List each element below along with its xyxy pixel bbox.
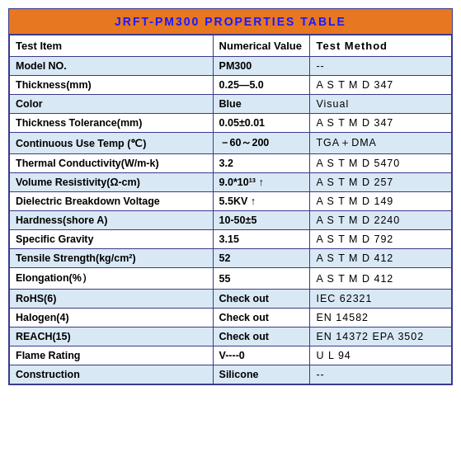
cell-test-item: Thickness(mm) (10, 76, 214, 95)
table-row: Flame RatingV----0U L 94 (10, 346, 452, 365)
cell-test-method: A S T M D 257 (310, 173, 452, 192)
cell-numerical-value: V----0 (213, 346, 310, 365)
cell-test-method: A S T M D 149 (310, 192, 452, 211)
cell-test-item: Tensile Strength(kg/cm²) (10, 249, 214, 268)
cell-test-item: Thermal Conductivity(W/m-k) (10, 154, 214, 173)
cell-test-item: Construction (10, 365, 214, 384)
table-row: Thickness Tolerance(mm)0.05±0.01A S T M … (10, 114, 452, 133)
header-test-method: Test Method (310, 35, 452, 57)
cell-numerical-value: 55 (213, 268, 310, 290)
table-row: Thermal Conductivity(W/m-k)3.2A S T M D … (10, 154, 452, 173)
header-numerical-value: Numerical Value (213, 35, 310, 57)
cell-numerical-value: 0.05±0.01 (213, 114, 310, 133)
cell-test-item: Thickness Tolerance(mm) (10, 114, 214, 133)
cell-numerical-value: 3.2 (213, 154, 310, 173)
cell-numerical-value: Blue (213, 95, 310, 114)
cell-numerical-value: 5.5KV ↑ (213, 192, 310, 211)
cell-test-item: Continuous Use Temp (℃) (10, 133, 214, 154)
cell-numerical-value: Check out (213, 309, 310, 328)
cell-test-item: Color (10, 95, 214, 114)
cell-numerical-value: Check out (213, 290, 310, 309)
table-row: Elongation(%）55A S T M D 412 (10, 268, 452, 290)
cell-numerical-value: 0.25—5.0 (213, 76, 310, 95)
table-row: Dielectric Breakdown Voltage5.5KV ↑A S T… (10, 192, 452, 211)
cell-numerical-value: 3.15 (213, 230, 310, 249)
cell-test-method: U L 94 (310, 346, 452, 365)
cell-test-method: A S T M D 412 (310, 268, 452, 290)
cell-test-method: A S T M D 347 (310, 76, 452, 95)
table-row: Continuous Use Temp (℃)－60～200TGA＋DMA (10, 133, 452, 154)
cell-numerical-value: Silicone (213, 365, 310, 384)
cell-test-item: Specific Gravity (10, 230, 214, 249)
table-row: Specific Gravity3.15A S T M D 792 (10, 230, 452, 249)
properties-table: JRFT-PM300 PROPERTIES TABLE Test Item Nu… (8, 8, 453, 385)
cell-numerical-value: Check out (213, 328, 310, 346)
table-row: ConstructionSilicone-- (10, 365, 452, 384)
table-row: Tensile Strength(kg/cm²)52A S T M D 412 (10, 249, 452, 268)
cell-test-item: Hardness(shore A) (10, 211, 214, 230)
cell-numerical-value: PM300 (213, 57, 310, 76)
cell-test-method: A S T M D 347 (310, 114, 452, 133)
cell-test-item: Halogen(4) (10, 309, 214, 328)
table-row: Volume Resistivity(Ω-cm)9.0*10¹³ ↑A S T … (10, 173, 452, 192)
cell-test-item: REACH(15) (10, 328, 214, 346)
cell-test-item: Flame Rating (10, 346, 214, 365)
cell-test-item: Volume Resistivity(Ω-cm) (10, 173, 214, 192)
table-row: Model NO.PM300-- (10, 57, 452, 76)
table-row: Hardness(shore A)10-50±5A S T M D 2240 (10, 211, 452, 230)
cell-test-item: Elongation(%） (10, 268, 214, 290)
header-test-item: Test Item (10, 35, 214, 57)
cell-test-method: A S T M D 2240 (310, 211, 452, 230)
cell-numerical-value: －60～200 (213, 133, 310, 154)
cell-test-method: A S T M D 5470 (310, 154, 452, 173)
table-row: Halogen(4)Check outEN 14582 (10, 309, 452, 328)
table-row: RoHS(6)Check outIEC 62321 (10, 290, 452, 309)
cell-test-method: -- (310, 57, 452, 76)
cell-test-method: EN 14582 (310, 309, 452, 328)
cell-numerical-value: 10-50±5 (213, 211, 310, 230)
cell-test-method: EN 14372 EPA 3502 (310, 328, 452, 346)
cell-test-item: Dielectric Breakdown Voltage (10, 192, 214, 211)
cell-test-method: TGA＋DMA (310, 133, 452, 154)
cell-numerical-value: 52 (213, 249, 310, 268)
cell-numerical-value: 9.0*10¹³ ↑ (213, 173, 310, 192)
cell-test-item: Model NO. (10, 57, 214, 76)
table-title: JRFT-PM300 PROPERTIES TABLE (9, 9, 452, 35)
cell-test-method: IEC 62321 (310, 290, 452, 309)
cell-test-method: Visual (310, 95, 452, 114)
table-row: Thickness(mm)0.25—5.0A S T M D 347 (10, 76, 452, 95)
cell-test-method: A S T M D 792 (310, 230, 452, 249)
table-row: REACH(15)Check outEN 14372 EPA 3502 (10, 328, 452, 346)
cell-test-item: RoHS(6) (10, 290, 214, 309)
table-row: ColorBlueVisual (10, 95, 452, 114)
cell-test-method: -- (310, 365, 452, 384)
cell-test-method: A S T M D 412 (310, 249, 452, 268)
